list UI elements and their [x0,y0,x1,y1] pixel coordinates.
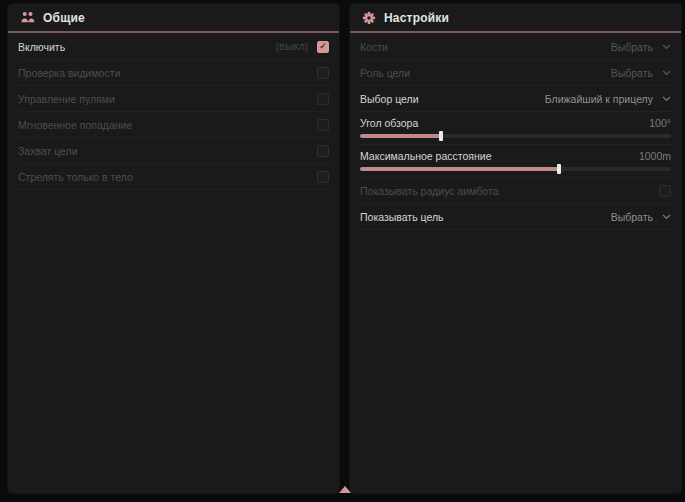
bullet-control-checkbox[interactable] [317,93,329,105]
slider-value: 1000m [639,150,671,162]
show-aimbot-radius-checkbox[interactable] [659,185,671,197]
slider-thumb[interactable] [557,164,561,174]
select-value: Выбрать [611,41,653,53]
row-show-aimbot-radius: Показывать радиус аимбота [360,178,671,204]
row-body-only: Стрелять только в тело [18,164,329,190]
settings-panel: Настройки Кости Выбрать Роль цели Выбрат… [350,4,681,493]
row-enable: Включить [ВЫКЛ] [18,34,329,60]
fov-slider[interactable] [360,134,671,138]
general-panel-header: Общие [8,4,339,33]
row-label: Максимальное расстояние [360,150,491,162]
row-label: Выбор цели [360,93,419,105]
slider-value: 100° [649,117,671,129]
show-target-select[interactable]: Выбрать [611,211,671,223]
row-label: Стрелять только в тело [18,171,133,183]
target-role-select[interactable]: Выбрать [611,67,671,79]
slider-thumb[interactable] [439,131,443,141]
row-target-lock: Захват цели [18,138,329,164]
select-value: Выбрать [611,67,653,79]
general-rows: Включить [ВЫКЛ] Проверка видимости Управ… [8,33,339,190]
row-label: Проверка видимости [18,67,120,79]
row-visibility-check: Проверка видимости [18,60,329,86]
row-fov: Угол обзора 100° [360,112,671,145]
row-label: Включить [18,41,65,53]
row-target-role: Роль цели Выбрать [360,60,671,86]
keybind-tag[interactable]: [ВЫКЛ] [276,42,308,52]
row-label: Управление пулями [18,93,115,105]
select-value: Выбрать [611,211,653,223]
visibility-check-checkbox[interactable] [317,67,329,79]
gear-icon [362,11,376,25]
row-label: Кости [360,41,388,53]
chevron-down-icon [662,70,671,76]
chevron-down-icon [662,96,671,102]
users-icon [20,11,35,24]
row-label: Угол обзора [360,117,418,129]
settings-panel-header: Настройки [350,4,681,33]
scroll-up-triangle-icon[interactable] [339,486,351,493]
general-panel: Общие Включить [ВЫКЛ] Проверка видимости… [8,4,339,493]
row-label: Мгновенное попадание [18,119,132,131]
chevron-down-icon [662,44,671,50]
panel-title: Общие [43,11,85,25]
instant-hit-checkbox[interactable] [317,119,329,131]
target-lock-checkbox[interactable] [317,145,329,157]
max-distance-slider[interactable] [360,167,671,171]
row-bones: Кости Выбрать [360,34,671,60]
select-value: Ближайший к прицелу [545,93,653,105]
row-show-target: Показывать цель Выбрать [360,204,671,230]
chevron-down-icon [662,214,671,220]
row-label: Показывать радиус аимбота [360,185,499,197]
row-label: Роль цели [360,67,410,79]
row-bullet-control: Управление пулями [18,86,329,112]
body-only-checkbox[interactable] [317,171,329,183]
row-label: Показывать цель [360,211,444,223]
row-target-selection: Выбор цели Ближайший к прицелу [360,86,671,112]
row-label: Захват цели [18,145,78,157]
row-instant-hit: Мгновенное попадание [18,112,329,138]
target-selection-select[interactable]: Ближайший к прицелу [545,93,671,105]
enable-checkbox[interactable] [317,41,329,53]
row-max-distance: Максимальное расстояние 1000m [360,145,671,178]
panel-title: Настройки [384,11,449,25]
settings-rows: Кости Выбрать Роль цели Выбрать Выбор це… [350,33,681,230]
bones-select[interactable]: Выбрать [611,41,671,53]
